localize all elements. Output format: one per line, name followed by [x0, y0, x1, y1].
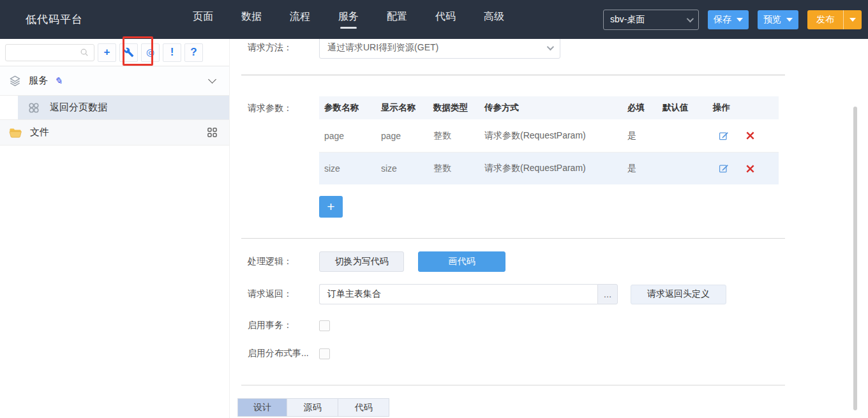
tab-source[interactable]: 源码 [287, 398, 338, 417]
more-options-button[interactable]: … [597, 284, 618, 304]
nav-item-pages[interactable]: 页面 [193, 10, 213, 29]
publish-dropdown-toggle[interactable] [843, 10, 862, 29]
nav-item-config[interactable]: 配置 [387, 10, 407, 29]
param-pass-mode: 请求参数(RequestParam) [484, 130, 627, 142]
service-node-icon [27, 101, 41, 115]
delete-param-icon[interactable] [745, 164, 755, 174]
target-button[interactable]: ◎ [141, 43, 160, 62]
tree-item-paginated-data[interactable]: 返回分页数据 [0, 96, 229, 120]
tools-wrench-button[interactable] [119, 43, 138, 62]
save-button[interactable]: 保存 [708, 10, 749, 29]
return-header-definition-button[interactable]: 请求返回头定义 [631, 285, 726, 304]
col-param-name: 参数名称 [319, 102, 381, 114]
col-required: 必填 [627, 102, 662, 114]
tree-folder-label: 文件 [30, 126, 207, 138]
enable-transaction-checkbox[interactable] [319, 320, 330, 331]
main-nav: 页面 数据 流程 服务 配置 代码 高级 [193, 10, 504, 29]
param-required: 是 [627, 163, 662, 174]
exclamation-icon: ! [170, 46, 174, 59]
request-params-label: 请求参数： [248, 96, 319, 114]
publish-button[interactable]: 发布 [807, 10, 862, 29]
add-param-button[interactable]: + [319, 196, 343, 218]
sidebar-toolbar: + ◎ ! ? [0, 39, 229, 66]
param-type: 整数 [433, 163, 484, 174]
param-display: page [381, 131, 433, 141]
publish-button-label: 发布 [807, 14, 843, 26]
sidebar: + ◎ ! ? 服务 ✎ [0, 39, 230, 418]
tree-group-label: 服务 [29, 75, 48, 87]
param-type: 整数 [433, 130, 484, 142]
request-method-label: 请求方法： [248, 42, 319, 54]
app-title: 低代码平台 [26, 12, 83, 27]
edit-param-icon[interactable] [719, 163, 729, 174]
save-button-label: 保存 [714, 14, 731, 26]
request-return-input[interactable] [319, 284, 597, 304]
preview-button[interactable]: 预览 [758, 10, 798, 29]
col-pass-mode: 传参方式 [484, 102, 627, 114]
view-mode-tabs: 设计 源码 代码 [237, 398, 868, 417]
question-icon: ? [190, 46, 197, 59]
preview-button-label: 预览 [763, 14, 781, 26]
request-params-table: 参数名称 显示名称 数据类型 传参方式 必填 默认值 操作 page page … [319, 96, 779, 184]
nav-item-code[interactable]: 代码 [435, 10, 456, 29]
section-divider [241, 385, 785, 385]
request-method-value: 通过请求URI得到资源(GET) [327, 42, 438, 54]
param-name: page [319, 131, 381, 141]
service-editor-panel: 请求方法： 通过请求URI得到资源(GET) 请求参数： 参数名称 显示名称 数… [230, 39, 868, 418]
request-method-select[interactable]: 通过请求URI得到资源(GET) [319, 39, 560, 59]
search-input[interactable] [11, 48, 80, 57]
plus-icon: + [104, 46, 110, 59]
warning-button[interactable]: ! [163, 43, 181, 62]
request-return-label: 请求返回： [248, 288, 319, 300]
top-navbar: 低代码平台 页面 数据 流程 服务 配置 代码 高级 sbv-桌面 保存 预览 … [0, 0, 868, 39]
col-display-name: 显示名称 [381, 102, 433, 114]
caret-down-icon [786, 18, 793, 22]
col-data-type: 数据类型 [433, 102, 484, 114]
folder-icon [9, 127, 22, 138]
param-pass-mode: 请求参数(RequestParam) [484, 163, 627, 174]
search-box[interactable] [5, 44, 94, 61]
draw-code-button[interactable]: 画代码 [418, 251, 505, 272]
enable-transaction-label: 启用事务： [248, 320, 319, 331]
edit-pencil-icon[interactable]: ✎ [54, 75, 63, 87]
caret-down-icon [737, 18, 743, 22]
layers-icon [9, 75, 21, 87]
table-row: size size 整数 请求参数(RequestParam) 是 [319, 153, 779, 184]
tab-code[interactable]: 代码 [338, 398, 389, 417]
switch-to-write-code-button[interactable]: 切换为写代码 [319, 251, 404, 272]
tree-folder-files[interactable]: 文件 [0, 120, 229, 146]
tree-item-label: 返回分页数据 [50, 101, 107, 114]
table-header-row: 参数名称 显示名称 数据类型 传参方式 必填 默认值 操作 [319, 96, 779, 119]
chevron-down-icon [687, 15, 694, 22]
environment-select-value: sbv-桌面 [610, 14, 645, 26]
nav-item-data[interactable]: 数据 [241, 10, 262, 29]
section-divider [241, 238, 785, 239]
grid-icon[interactable] [207, 127, 218, 138]
edit-param-icon[interactable] [719, 131, 729, 141]
param-name: size [319, 163, 381, 174]
search-icon [80, 48, 89, 57]
caret-down-icon [849, 18, 856, 22]
chevron-down-icon[interactable] [208, 75, 216, 84]
vertical-scrollbar[interactable] [853, 107, 857, 410]
nav-item-advanced[interactable]: 高级 [484, 10, 504, 29]
enable-distributed-label: 启用分布式事... [248, 348, 319, 359]
wrench-icon [124, 47, 134, 57]
table-row: page page 整数 请求参数(RequestParam) 是 [319, 119, 779, 153]
section-divider [241, 75, 785, 75]
nav-item-process[interactable]: 流程 [290, 10, 310, 29]
tree-group-services[interactable]: 服务 ✎ [0, 66, 229, 96]
enable-distributed-checkbox[interactable] [319, 348, 330, 359]
delete-param-icon[interactable] [745, 131, 755, 140]
environment-select[interactable]: sbv-桌面 [603, 10, 699, 30]
logic-label: 处理逻辑： [248, 256, 319, 267]
chevron-down-icon [547, 43, 554, 50]
col-actions: 操作 [708, 102, 779, 114]
param-required: 是 [627, 130, 662, 142]
param-display: size [381, 163, 433, 174]
col-default: 默认值 [662, 102, 708, 114]
add-service-button[interactable]: + [98, 43, 116, 62]
help-button[interactable]: ? [184, 43, 203, 62]
nav-item-services[interactable]: 服务 [338, 10, 359, 29]
tab-design[interactable]: 设计 [237, 398, 287, 417]
